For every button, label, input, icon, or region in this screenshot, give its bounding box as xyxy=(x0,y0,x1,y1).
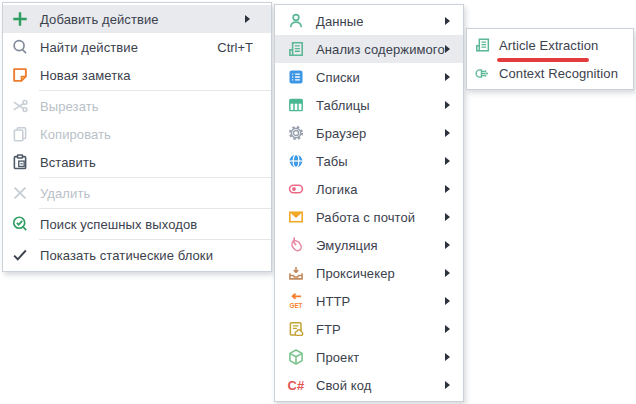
shortcut-label: Ctrl+T xyxy=(217,40,253,55)
menu-item-cut: Вырезать xyxy=(3,92,271,120)
submenu-arrow-icon xyxy=(445,381,450,389)
gear-icon xyxy=(287,124,305,142)
note-icon xyxy=(11,66,29,84)
menu-item-label: Анализ содержимого xyxy=(316,42,445,57)
submenu-arrow-icon xyxy=(445,353,450,361)
menu-item-project[interactable]: Проект xyxy=(275,343,463,371)
scissors-icon xyxy=(11,97,29,115)
menu-item-own-code[interactable]: C#Свой код xyxy=(275,371,463,399)
svg-text:C#: C# xyxy=(288,378,305,393)
menu-item-label: Проект xyxy=(316,350,359,365)
menu-item-label: Вставить xyxy=(40,155,96,170)
menu-item-label: Логика xyxy=(316,182,358,197)
menu-item-delete: Удалить xyxy=(3,179,271,207)
plug-icon xyxy=(474,65,491,82)
copy-icon xyxy=(11,125,29,143)
menu-item-data[interactable]: Данные xyxy=(275,7,463,35)
submenu-arrow-icon xyxy=(245,15,250,23)
menu-item-label: Показать статические блоки xyxy=(40,248,213,263)
x-icon xyxy=(11,184,29,202)
submenu-arrow-icon xyxy=(445,213,450,221)
mouse-icon xyxy=(287,236,305,254)
menu-item-content-analysis[interactable]: Анализ содержимого xyxy=(275,35,463,63)
search-icon xyxy=(11,38,29,56)
menu-item-label: Таблицы xyxy=(316,98,370,113)
menu-item-emulation[interactable]: Эмуляция xyxy=(275,231,463,259)
menu-item-label: Браузер xyxy=(316,126,366,141)
menu-item-show-static-blocks[interactable]: Показать статические блоки xyxy=(3,241,271,269)
doc-lines-icon xyxy=(287,40,305,58)
menu-item-label: Данные xyxy=(316,14,364,29)
menu-item-logic[interactable]: Логика xyxy=(275,175,463,203)
globe-icon xyxy=(287,152,305,170)
menu-item-label: Article Extraction xyxy=(499,38,598,53)
tray-icon xyxy=(287,264,305,282)
svg-text:GET: GET xyxy=(290,302,303,309)
menu-item-article-extraction[interactable]: Article Extraction xyxy=(467,31,633,59)
menu-item-copy: Копировать xyxy=(3,120,271,148)
menu-item-add-action[interactable]: Добавить действие xyxy=(3,5,271,33)
menu-item-browser[interactable]: Браузер xyxy=(275,119,463,147)
menu-item-new-note[interactable]: Новая заметка xyxy=(3,61,271,89)
mail-icon xyxy=(287,208,305,226)
menu-item-tables[interactable]: Таблицы xyxy=(275,91,463,119)
menu-item-find-success-exits[interactable]: Поиск успешных выходов xyxy=(3,210,271,238)
menu-item-label: Новая заметка xyxy=(40,68,131,83)
menu-item-label: Работа с почтой xyxy=(316,210,415,225)
paste-icon xyxy=(11,153,29,171)
menu-item-find-action[interactable]: Найти действиеCtrl+T xyxy=(3,33,271,61)
menu-item-label: Удалить xyxy=(40,186,90,201)
search-check-icon xyxy=(11,215,29,233)
menu-item-label: Эмуляция xyxy=(316,238,378,253)
list-icon xyxy=(287,68,305,86)
person-icon xyxy=(287,12,305,30)
menu-item-label: Списки xyxy=(316,70,360,85)
table-icon xyxy=(287,96,305,114)
menu-separator xyxy=(39,239,271,240)
toggle-icon xyxy=(287,180,305,198)
submenu-arrow-icon xyxy=(445,101,450,109)
doc-lines-icon xyxy=(474,37,491,54)
menu-item-label: HTTP xyxy=(316,294,350,309)
menu-item-label: Проксичекер xyxy=(316,266,395,281)
menu-item-tabs[interactable]: Табы xyxy=(275,147,463,175)
doc-cloud-icon xyxy=(287,320,305,338)
menu-item-proxy-checker[interactable]: Проксичекер xyxy=(275,259,463,287)
menu-item-lists[interactable]: Списки xyxy=(275,63,463,91)
menu-item-label: Добавить действие xyxy=(40,12,159,27)
submenu-arrow-icon xyxy=(445,17,450,25)
submenu-arrow-icon xyxy=(445,297,450,305)
submenu-arrow-icon xyxy=(445,129,450,137)
submenu-arrow-icon xyxy=(445,325,450,333)
csharp-icon: C# xyxy=(287,376,305,394)
menu-item-label: Свой код xyxy=(316,378,371,393)
menu-item-label: Табы xyxy=(316,154,348,169)
submenu-arrow-icon xyxy=(445,185,450,193)
add-action-submenu: ДанныеАнализ содержимогоСпискиТаблицыБра… xyxy=(274,4,464,402)
get-arrow-icon: GET xyxy=(287,292,305,310)
submenu-arrow-icon xyxy=(445,45,450,53)
submenu-arrow-icon xyxy=(445,241,450,249)
menu-item-label: Вырезать xyxy=(40,99,99,114)
menu-item-context-recognition[interactable]: Context Recognition xyxy=(467,59,633,87)
menu-separator xyxy=(39,208,271,209)
menu-item-label: Поиск успешных выходов xyxy=(40,217,197,232)
menu-item-label: FTP xyxy=(316,322,341,337)
menu-item-ftp[interactable]: FTP xyxy=(275,315,463,343)
submenu-arrow-icon xyxy=(445,269,450,277)
submenu-arrow-icon xyxy=(445,157,450,165)
context-menu: Добавить действиеНайти действиеCtrl+TНов… xyxy=(2,2,272,272)
menu-item-mail-work[interactable]: Работа с почтой xyxy=(275,203,463,231)
menu-item-http[interactable]: GETHTTP xyxy=(275,287,463,315)
menu-separator xyxy=(39,177,271,178)
plus-icon xyxy=(11,10,29,28)
menu-item-paste[interactable]: Вставить xyxy=(3,148,271,176)
check-icon xyxy=(11,246,29,264)
menu-separator xyxy=(39,90,271,91)
submenu-arrow-icon xyxy=(445,73,450,81)
cube-icon xyxy=(287,348,305,366)
content-analysis-submenu: Article ExtractionContext Recognition xyxy=(466,28,634,90)
menu-item-label: Context Recognition xyxy=(499,66,618,81)
menu-item-label: Найти действие xyxy=(40,40,138,55)
menu-item-label: Копировать xyxy=(40,127,111,142)
